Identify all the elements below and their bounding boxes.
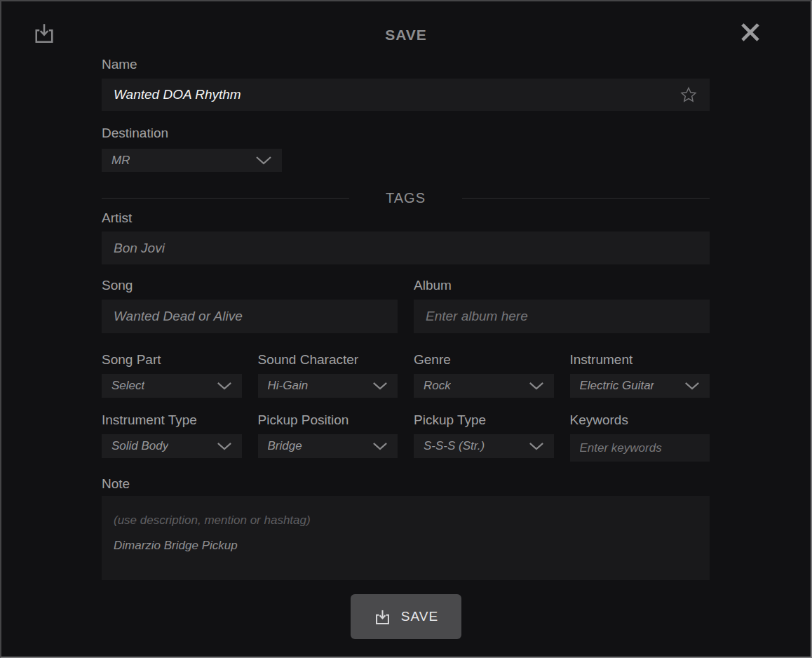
download-icon (373, 607, 392, 626)
note-placeholder: (use description, mention or hashtag) (114, 513, 698, 528)
instrument-label: Instrument (570, 353, 710, 366)
instrument-type-value: Solid Body (111, 439, 168, 453)
close-button[interactable] (736, 18, 764, 46)
note-label: Note (102, 477, 710, 490)
keywords-input[interactable] (570, 434, 710, 462)
note-field: Note (use description, mention or hashta… (102, 477, 710, 580)
destination-dropdown[interactable]: MR (102, 149, 282, 172)
destination-value: MR (111, 154, 130, 168)
name-field: Name (102, 58, 710, 111)
save-button-label: SAVE (401, 609, 438, 624)
tags-section-title: TAGS (386, 190, 426, 206)
song-field: Song (102, 278, 398, 333)
favorite-star-icon[interactable] (679, 85, 698, 105)
dialog-title: SAVE (1, 27, 811, 43)
genre-label: Genre (414, 353, 554, 366)
sound-character-value: Hi-Gain (268, 379, 309, 393)
chevron-down-icon (529, 442, 544, 450)
song-part-value: Select (111, 379, 144, 393)
chevron-down-icon (372, 382, 388, 390)
artist-label: Artist (102, 211, 710, 224)
pickup-type-label: Pickup Type (414, 413, 554, 427)
genre-value: Rock (424, 379, 451, 393)
instrument-type-label: Instrument Type (102, 413, 242, 427)
instrument-type-field: Instrument Type Solid Body (102, 413, 242, 462)
chevron-down-icon (255, 156, 272, 165)
chevron-down-icon (372, 442, 388, 450)
instrument-dropdown[interactable]: Electric Guitar (570, 374, 710, 398)
pickup-position-value: Bridge (268, 439, 302, 453)
album-input[interactable] (414, 300, 710, 333)
album-field: Album (414, 278, 710, 333)
note-textarea[interactable]: (use description, mention or hashtag) Di… (102, 496, 710, 580)
song-part-dropdown[interactable]: Select (102, 374, 242, 398)
keywords-label: Keywords (570, 413, 710, 427)
divider-line (102, 198, 349, 199)
destination-label: Destination (102, 126, 710, 140)
close-icon (737, 19, 764, 46)
name-label: Name (102, 58, 710, 71)
pickup-position-dropdown[interactable]: Bridge (258, 434, 398, 458)
instrument-value: Electric Guitar (580, 379, 655, 393)
save-dialog: SAVE Name Destination MR (1, 1, 811, 657)
save-button[interactable]: SAVE (351, 594, 461, 639)
sound-character-label: Sound Character (258, 353, 398, 366)
pickup-type-field: Pickup Type S-S-S (Str.) (414, 413, 554, 462)
chevron-down-icon (217, 382, 232, 390)
sound-character-field: Sound Character Hi-Gain (258, 353, 398, 398)
artist-input[interactable] (102, 231, 710, 264)
song-part-field: Song Part Select (102, 353, 242, 398)
artist-field: Artist (102, 211, 710, 264)
song-label: Song (102, 278, 398, 292)
note-value: Dimarzio Bridge Pickup (114, 539, 698, 553)
name-input[interactable] (102, 79, 710, 111)
pickup-type-dropdown[interactable]: S-S-S (Str.) (414, 434, 554, 458)
genre-dropdown[interactable]: Rock (414, 374, 554, 398)
song-input[interactable] (102, 300, 398, 333)
album-label: Album (414, 278, 710, 292)
pickup-type-value: S-S-S (Str.) (424, 439, 485, 453)
pickup-position-field: Pickup Position Bridge (258, 413, 398, 462)
genre-field: Genre Rock (414, 353, 554, 398)
sound-character-dropdown[interactable]: Hi-Gain (258, 374, 398, 398)
instrument-field: Instrument Electric Guitar (570, 353, 710, 398)
tags-section-divider: TAGS (102, 191, 710, 205)
pickup-position-label: Pickup Position (258, 413, 398, 427)
divider-line (462, 198, 710, 199)
song-part-label: Song Part (102, 353, 242, 366)
chevron-down-icon (529, 382, 544, 390)
instrument-type-dropdown[interactable]: Solid Body (102, 434, 242, 458)
destination-field: Destination MR (102, 126, 710, 172)
keywords-field: Keywords (570, 413, 710, 462)
chevron-down-icon (684, 382, 700, 390)
chevron-down-icon (217, 442, 232, 450)
